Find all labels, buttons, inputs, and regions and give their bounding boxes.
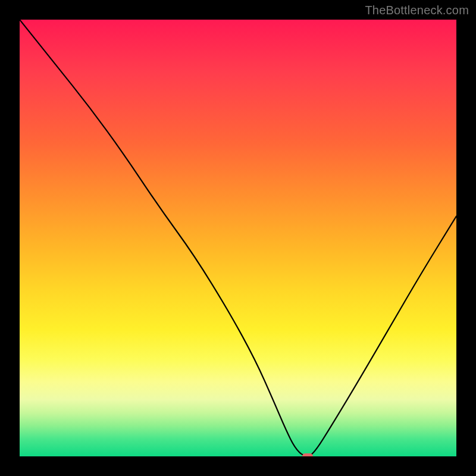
bottleneck-curve [20, 20, 456, 456]
plot-area [20, 20, 456, 456]
chart-stage: TheBottleneck.com [0, 0, 476, 476]
optimal-marker [302, 453, 313, 456]
curve-svg [20, 20, 456, 456]
watermark-text: TheBottleneck.com [365, 4, 469, 17]
